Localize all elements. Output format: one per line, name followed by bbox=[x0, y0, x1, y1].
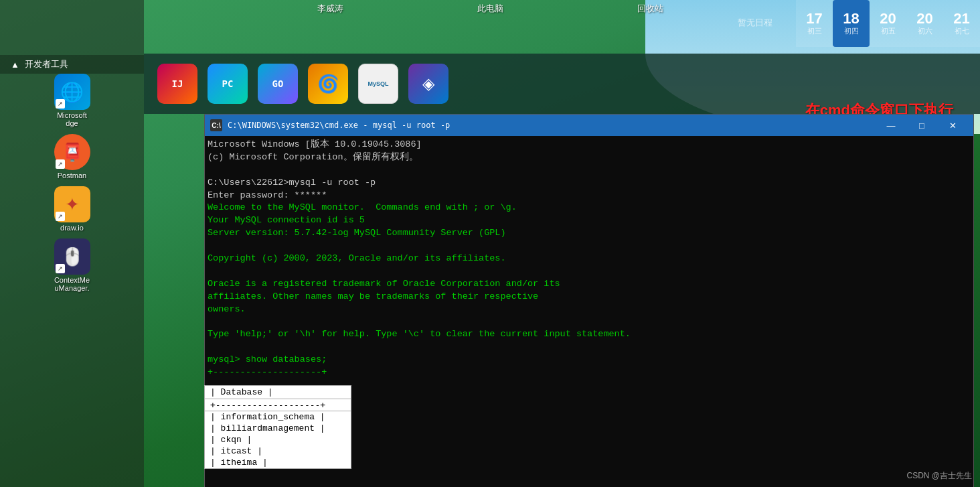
sidebar: ▲ 开发者工具 🌐 ↗ Microsoftdge 📮 ↗ Postman ✦ ↗… bbox=[0, 0, 144, 487]
db-row-ckqn: | ckqn | bbox=[205, 434, 351, 445]
desktop-icon-recycle[interactable]: 回收站 bbox=[637, 3, 663, 15]
edge-label: Microsoftdge bbox=[57, 111, 87, 127]
drawio-label: draw.io bbox=[60, 224, 84, 232]
desktop-icon-this-computer[interactable]: 此电脑 bbox=[477, 3, 503, 15]
cal-day-21-num: 21 bbox=[953, 11, 969, 26]
db-row-itcast: | itcast | bbox=[205, 445, 351, 457]
calendar-widget: 17 初三 18 初四 20 初五 20 初六 21 初七 bbox=[796, 0, 980, 47]
mysql-icon[interactable]: MySQL bbox=[358, 64, 398, 104]
cmd-titlebar-icon: C:\ bbox=[210, 119, 222, 131]
shortcut-arrow-contextmenu: ↗ bbox=[56, 264, 65, 273]
contextmenu-icon: 🖱️ ↗ bbox=[54, 238, 90, 275]
goland-icon[interactable]: GO bbox=[258, 64, 298, 104]
cmd-maximize-btn[interactable]: □ bbox=[906, 115, 937, 136]
cmd-line-8 bbox=[208, 240, 971, 253]
contextmenu-label: ContextMeuManager. bbox=[54, 276, 90, 292]
cal-day-18-num: 18 bbox=[843, 11, 859, 26]
cal-day-20b-num: 20 bbox=[916, 11, 932, 26]
sidebar-expand-icon[interactable]: ▲ bbox=[11, 60, 19, 70]
cal-day-20b[interactable]: 20 初六 bbox=[906, 0, 943, 47]
cmd-line-7: Server version: 5.7.42-log MySQL Communi… bbox=[208, 227, 971, 240]
cmd-close-btn[interactable]: ✕ bbox=[937, 115, 968, 136]
drawio-icon: ✦ ↗ bbox=[54, 186, 90, 222]
cmd-line-3: C:\Users\22612>mysql -u root -p bbox=[208, 177, 971, 190]
db-row-information: | information_schema | bbox=[205, 411, 351, 423]
postman-icon: 📮 ↗ bbox=[54, 134, 90, 170]
cmd-line-17: mysql> show databases; bbox=[208, 354, 971, 366]
cmd-line-12: affiliates. Other names may be trademark… bbox=[208, 291, 971, 303]
cal-day-18[interactable]: 18 初四 bbox=[833, 0, 870, 47]
cmd-line-5: Welcome to the MySQL monitor. Commands e… bbox=[208, 202, 971, 214]
cal-day-21[interactable]: 21 初七 bbox=[943, 0, 980, 47]
cmd-line-13: owners. bbox=[208, 303, 971, 316]
cmd-titlebar: C:\ C:\WINDOWS\system32\cmd.exe - mysql … bbox=[205, 115, 973, 136]
cmd-line-14 bbox=[208, 316, 971, 328]
sidebar-app-postman[interactable]: 📮 ↗ Postman bbox=[42, 134, 102, 180]
cmd-line-0: Microsoft Windows [版本 10.0.19045.3086] bbox=[208, 139, 971, 151]
cal-day-17-num: 17 bbox=[806, 11, 822, 26]
postman-label: Postman bbox=[58, 171, 86, 180]
cmd-line-11: Oracle is a registered trademark of Orac… bbox=[208, 278, 971, 291]
cmd-line-2 bbox=[208, 164, 971, 177]
shortcut-arrow-drawio: ↗ bbox=[56, 212, 65, 221]
cmd-line-9: Copyright (c) 2000, 2023, Oracle and/or … bbox=[208, 253, 971, 265]
cal-day-20a-sub: 初五 bbox=[881, 26, 896, 36]
cmd-minimize-btn[interactable]: — bbox=[876, 115, 906, 136]
pycharm-icon[interactable]: PC bbox=[208, 64, 248, 104]
cmd-titlebar-title: C:\WINDOWS\system32\cmd.exe - mysql -u r… bbox=[228, 121, 870, 130]
cmd-line-sep1: +--------------------+ bbox=[208, 366, 971, 379]
intellij-icon[interactable]: IJ bbox=[157, 64, 197, 104]
cal-day-17[interactable]: 17 初三 bbox=[796, 0, 833, 47]
vscode-icon[interactable]: ◈ bbox=[408, 64, 448, 104]
cmd-line-4: Enter password: ****** bbox=[208, 190, 971, 202]
no-schedule-text: 暂无日程 bbox=[738, 17, 772, 29]
desktop-icon-liweitan[interactable]: 李威涛 bbox=[317, 3, 343, 15]
shortcut-arrow-edge: ↗ bbox=[56, 99, 65, 109]
dev-toolbar-title: 开发者工具 bbox=[25, 58, 68, 70]
db-sep1: +--------------------+ bbox=[205, 399, 351, 411]
cmd-line-16 bbox=[208, 341, 971, 354]
cmd-line-6: Your MySQL connection id is 5 bbox=[208, 214, 971, 227]
cal-day-20b-sub: 初六 bbox=[918, 26, 932, 36]
cmd-line-1: (c) Microsoft Corporation。保留所有权利。 bbox=[208, 151, 971, 164]
cmd-line-10 bbox=[208, 265, 971, 278]
cal-day-20a-num: 20 bbox=[880, 11, 896, 26]
browser-icon[interactable]: 🌀 bbox=[308, 64, 348, 104]
sidebar-app-edge[interactable]: 🌐 ↗ Microsoftdge bbox=[42, 74, 102, 127]
cmd-line-15: Type 'help;' or '\h' for help. Type '\c'… bbox=[208, 328, 971, 341]
sidebar-app-contextmenu[interactable]: 🖱️ ↗ ContextMeuManager. bbox=[42, 238, 102, 292]
db-row-billiard: | billiardmanagement | bbox=[205, 423, 351, 434]
sidebar-app-drawio[interactable]: ✦ ↗ draw.io bbox=[42, 186, 102, 232]
databases-dropdown: | Database | +--------------------+ | in… bbox=[204, 385, 351, 469]
db-row-itheima: | itheima | bbox=[205, 457, 351, 468]
edge-icon: 🌐 ↗ bbox=[54, 74, 90, 110]
cal-day-17-sub: 初三 bbox=[807, 26, 822, 36]
db-table-header: | Database | bbox=[205, 386, 351, 399]
cmd-titlebar-controls: — □ ✕ bbox=[876, 115, 968, 136]
cal-day-21-sub: 初七 bbox=[955, 26, 969, 36]
cal-day-20a[interactable]: 20 初五 bbox=[870, 0, 906, 47]
csdn-watermark: CSDN @吉士先生 bbox=[906, 470, 972, 482]
cal-day-18-sub: 初四 bbox=[844, 26, 859, 36]
shortcut-arrow-postman: ↗ bbox=[56, 159, 65, 169]
desktop: 李威涛 此电脑 回收站 17 初三 18 初四 20 初五 20 初六 21 初… bbox=[0, 0, 980, 487]
